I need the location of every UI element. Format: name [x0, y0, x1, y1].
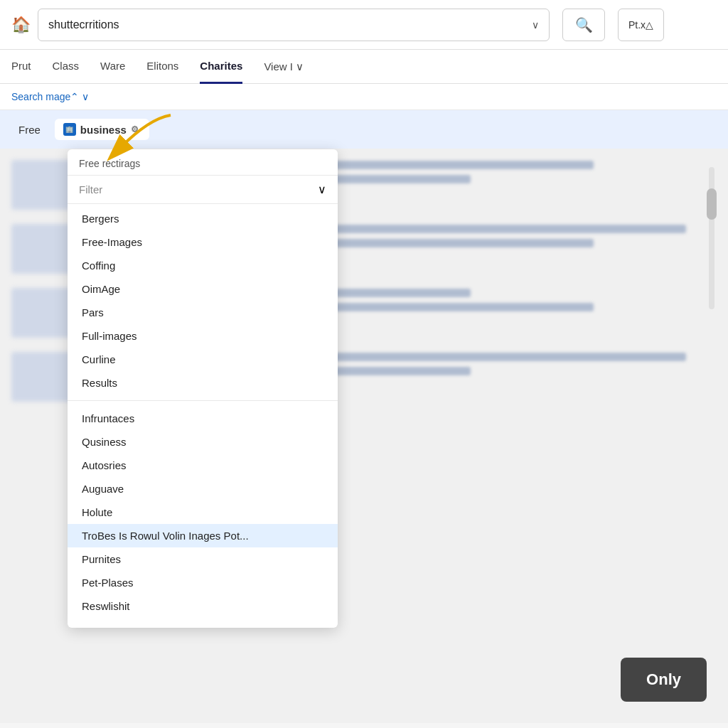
business-label: business [80, 124, 127, 136]
content-area: Free 🏢 business ⚙ [0, 110, 728, 723]
filter-row[interactable]: Filter ∨ [68, 176, 338, 204]
only-button[interactable]: Only [621, 658, 707, 702]
dropdown-item-coffing[interactable]: Coffing [68, 254, 338, 277]
dropdown-section-1: Bergers Free-Images Coffing OimAge Pars … [68, 204, 338, 397]
tab-class[interactable]: Class [53, 50, 80, 84]
tab-prut[interactable]: Prut [11, 50, 31, 84]
profile-button[interactable]: Pt.x△ [618, 9, 664, 41]
scrollbar[interactable] [707, 167, 717, 309]
dropdown-item-bergers[interactable]: Bergers [68, 207, 338, 230]
dropdown-item-results[interactable]: Results [68, 371, 338, 395]
search-filter-dropdown[interactable]: Search mage⌃ ∨ [11, 91, 89, 102]
header: 🏠 shuttecrritions ∨ 🔍 Pt.x△ [0, 0, 728, 50]
logo-area: 🏠 [11, 16, 31, 34]
dropdown-item-purnites[interactable]: Purnites [68, 547, 338, 571]
home-icon: 🏠 [11, 16, 31, 34]
dropdown-item-autosries[interactable]: Autosries [68, 454, 338, 477]
search-button[interactable]: 🔍 [562, 9, 605, 41]
dropdown-item-oimdage[interactable]: OimAge [68, 277, 338, 301]
view-chevron-icon: ∨ [296, 60, 304, 73]
dropdown-item-pars[interactable]: Pars [68, 301, 338, 324]
address-chevron: ∨ [532, 19, 539, 31]
tab-charites[interactable]: Charites [200, 50, 242, 84]
dropdown-panel: Free rectirags Filter ∨ Bergers Free-Ima… [68, 149, 338, 628]
tab-view-label: View I [264, 60, 293, 73]
gear-icon: ⚙ [131, 124, 141, 134]
dropdown-item-curline[interactable]: Curline [68, 348, 338, 371]
scrollbar-track [709, 167, 714, 309]
scrollbar-thumb[interactable] [707, 188, 717, 220]
dropdown-header: Free rectirags [68, 149, 338, 176]
address-bar[interactable]: shuttecrritions ∨ [38, 9, 550, 41]
dropdown-item-qusiness[interactable]: Qusiness [68, 430, 338, 454]
address-text: shuttecrritions [48, 18, 526, 31]
search-icon: 🔍 [575, 16, 593, 33]
dropdown-item-free-images[interactable]: Free-Images [68, 230, 338, 254]
profile-label: Pt.x△ [628, 19, 653, 31]
search-filter-bar: Search mage⌃ ∨ [0, 84, 728, 110]
search-filter-chevron: ∨ [82, 91, 89, 102]
free-button[interactable]: Free [11, 119, 48, 140]
dropdown-item-reswlishit[interactable]: Reswlishit [68, 594, 338, 618]
filter-label: Filter [79, 183, 102, 196]
tab-view[interactable]: View I ∨ [264, 50, 304, 83]
tab-elitons[interactable]: Elitons [146, 50, 178, 84]
search-row: Free 🏢 business ⚙ [0, 110, 728, 149]
search-filter-label-text: Search mage⌃ [11, 91, 79, 102]
dropdown-section-2: Infruntaces Qusiness Autosries Auguave H… [68, 404, 338, 621]
business-tag-icon: 🏢 [63, 123, 76, 136]
tab-ware[interactable]: Ware [100, 50, 125, 84]
nav-tabs: Prut Class Ware Elitons Charites View I … [0, 50, 728, 84]
dropdown-item-pet-plases[interactable]: Pet-Plases [68, 571, 338, 594]
dropdown-item-full-images[interactable]: Full-images [68, 324, 338, 348]
dropdown-item-trobes[interactable]: TroBes Is Rowul Volin Inages Pot... [68, 524, 338, 547]
dropdown-item-holute[interactable]: Holute [68, 500, 338, 524]
business-tag[interactable]: 🏢 business ⚙ [55, 119, 149, 140]
dropdown-item-auguave[interactable]: Auguave [68, 477, 338, 500]
dropdown-item-infruntaces[interactable]: Infruntaces [68, 407, 338, 430]
filter-chevron-icon: ∨ [318, 183, 326, 196]
dropdown-divider [68, 400, 338, 401]
